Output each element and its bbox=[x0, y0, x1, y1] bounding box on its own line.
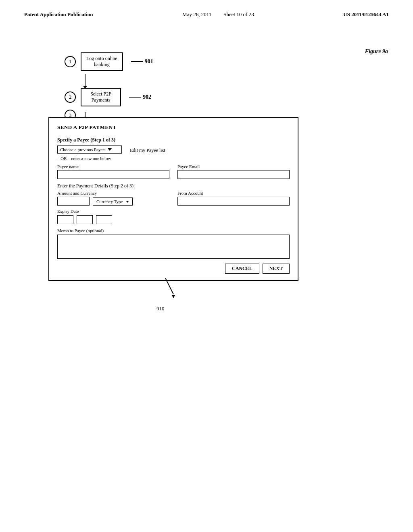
amount-label: Amount and Currency bbox=[57, 191, 169, 195]
memo-label: Memo to Payee (optional) bbox=[57, 228, 290, 233]
amount-currency-group: Amount and Currency Currency Type bbox=[57, 191, 169, 206]
step2-section-label: Enter the Payment Details (Step 2 of 3) bbox=[57, 183, 290, 189]
step2-ref: 902 bbox=[143, 94, 151, 100]
currency-dropdown-icon bbox=[126, 201, 129, 203]
figure-label: Figure 9a bbox=[365, 48, 388, 55]
currency-btn-label: Currency Type bbox=[96, 199, 123, 204]
header-sheet: Sheet 10 of 23 bbox=[223, 11, 254, 18]
payee-name-label: Payee name bbox=[57, 164, 169, 169]
header-date: May 26, 2011 bbox=[182, 11, 211, 18]
from-account-input[interactable] bbox=[177, 197, 290, 206]
edit-payee-link[interactable]: Edit my Payee list bbox=[130, 146, 165, 154]
payee-email-group: Payee Email bbox=[177, 164, 290, 179]
svg-line-0 bbox=[165, 278, 173, 294]
from-account-group: From Account bbox=[177, 191, 290, 206]
svg-marker-1 bbox=[172, 295, 175, 298]
amount-input[interactable] bbox=[57, 197, 90, 206]
expiry-month-input[interactable] bbox=[77, 215, 93, 224]
step1-box: Log onto onlinebanking bbox=[81, 52, 123, 71]
payee-email-input[interactable] bbox=[177, 170, 290, 179]
choose-payee-dropdown[interactable]: Choose a previous Payee bbox=[57, 145, 122, 154]
step1-ref: 901 bbox=[145, 58, 153, 65]
memo-input[interactable] bbox=[57, 235, 290, 259]
payee-name-input[interactable] bbox=[57, 170, 169, 179]
dropdown-text: Choose a previous Payee bbox=[60, 147, 104, 152]
payee-email-label: Payee Email bbox=[177, 164, 290, 169]
form-title: SEND A P2P PAYMENT bbox=[57, 124, 290, 131]
step2-box: Select P2PPayments bbox=[81, 88, 121, 106]
ref-910: 910 bbox=[156, 305, 165, 312]
payee-name-group: Payee name bbox=[57, 164, 169, 179]
or-text: – OR – enter a new one below bbox=[57, 156, 290, 161]
cancel-button[interactable]: CANCEL bbox=[225, 264, 259, 274]
patent-left-label: Patent Application Publication bbox=[24, 11, 93, 18]
next-button[interactable]: NEXT bbox=[263, 264, 290, 274]
currency-type-btn[interactable]: Currency Type bbox=[93, 197, 133, 206]
patent-number: US 2011/0125644 A1 bbox=[343, 11, 389, 18]
step1-circle: 1 bbox=[65, 56, 76, 67]
from-account-label: From Account bbox=[177, 191, 290, 195]
expiry-day-input[interactable] bbox=[57, 215, 73, 224]
form-panel: SEND A P2P PAYMENT Specify a Payee (Step… bbox=[48, 117, 298, 281]
step1-section-label: Specify a Payee (Step 1 of 3) bbox=[57, 137, 290, 143]
expiry-year-input[interactable] bbox=[96, 215, 112, 224]
dropdown-arrow-icon bbox=[108, 148, 112, 151]
expiry-date-label: Expiry Date bbox=[57, 209, 290, 214]
step2-circle: 2 bbox=[65, 91, 76, 103]
